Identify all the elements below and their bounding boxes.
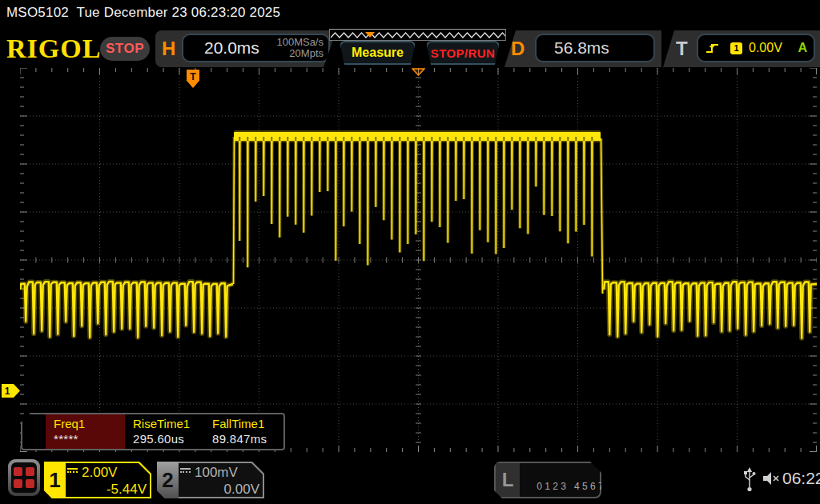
trigger-label: T xyxy=(676,38,688,60)
rising-edge-trigger-icon xyxy=(705,42,721,54)
logic-row-1: 0 1 2 3 4 5 6 7 xyxy=(537,481,603,492)
measurement-label: RiseTime1 xyxy=(133,417,204,430)
measurement-falltime[interactable]: FallTime1 89.847ms xyxy=(204,414,283,449)
delay-label: D xyxy=(511,38,525,60)
channel-1-number: 1 xyxy=(44,462,66,498)
stop-run-button[interactable]: STOP/RUN xyxy=(426,41,500,65)
logic-label: L xyxy=(496,463,520,497)
trigger-level-value[interactable]: 0.00V xyxy=(749,41,782,55)
horizontal-label: H xyxy=(162,38,175,60)
delay-settings-group[interactable]: D 56.8ms xyxy=(504,30,661,67)
trigger-sweep-mode[interactable]: A xyxy=(798,41,807,55)
model-and-datetime: MSO5102 Tue December 23 06:23:20 2025 xyxy=(6,5,280,21)
channel-1-offset: -5.44V xyxy=(67,482,147,498)
rigol-logo: RIGOL xyxy=(6,34,101,64)
usb-icon xyxy=(743,467,756,493)
speaker-muted-icon xyxy=(762,470,781,486)
trigger-source-badge[interactable]: 1 xyxy=(730,42,742,54)
dc-coupling-icon xyxy=(180,468,191,477)
channel-1-ground-label: 1 xyxy=(5,386,10,397)
channel-1-scale: 2.00V xyxy=(82,465,117,481)
menu-grid-icon[interactable] xyxy=(8,459,40,496)
channel-2-number: 2 xyxy=(157,462,179,498)
memory-depth: 20Mpts xyxy=(289,47,324,59)
delay-value[interactable]: 56.8ms xyxy=(554,38,609,58)
measurement-risetime[interactable]: RiseTime1 295.60us xyxy=(125,414,204,449)
channel-2-offset: 0.00V xyxy=(180,482,259,498)
acquisition-state-badge: STOP xyxy=(100,37,150,61)
channel-2-status-block[interactable]: 2 100mV 0.00V xyxy=(157,462,264,498)
waveform-overview-strip[interactable] xyxy=(329,29,506,41)
measurement-panel[interactable]: Freq1 ***** RiseTime1 295.60us FallTime1… xyxy=(21,413,285,450)
dc-coupling-icon xyxy=(67,468,78,477)
horizontal-settings-group[interactable]: H 20.0ms 100MSa/s 20Mpts xyxy=(155,30,336,67)
channel-1-status-block[interactable]: 1 2.00V -5.44V xyxy=(44,462,151,498)
waveform-display[interactable] xyxy=(20,68,817,452)
measurement-label: FallTime1 xyxy=(212,417,283,430)
horizontal-center-marker-icon[interactable] xyxy=(412,68,425,76)
logic-channels-block[interactable]: L 0 1 2 3 4 5 6 7 8 9 10 11 12 13 14 15 xyxy=(494,462,601,498)
clock: 06:22 xyxy=(782,469,820,488)
measurement-freq[interactable]: Freq1 ***** xyxy=(46,414,125,449)
measure-button[interactable]: Measure xyxy=(340,41,416,65)
channel-2-scale: 100mV xyxy=(195,465,238,481)
timebase-value[interactable]: 20.0ms xyxy=(204,38,259,58)
overview-zigzag-icon xyxy=(330,30,505,41)
channel-1-ground-marker[interactable]: 1 xyxy=(2,384,21,398)
measurement-value: ***** xyxy=(54,432,125,446)
trigger-settings-group[interactable]: T 1 0.00V A xyxy=(663,30,820,67)
measurement-value: 295.60us xyxy=(133,432,204,446)
sample-rate: 100MSa/s xyxy=(276,36,324,48)
measurement-value: 89.847ms xyxy=(212,432,283,446)
measurement-label: Freq1 xyxy=(54,417,125,430)
